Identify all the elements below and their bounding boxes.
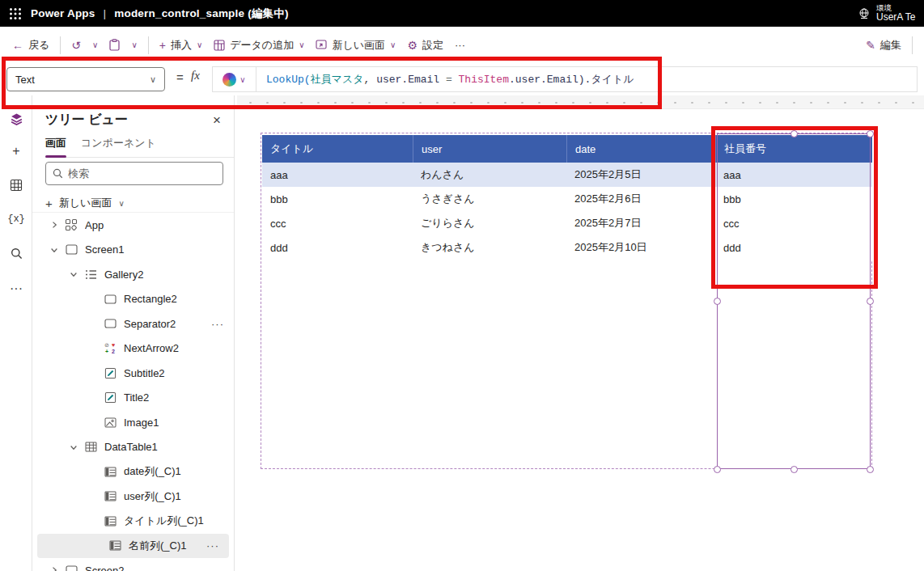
table-cell: ccc <box>715 211 872 235</box>
more-rail-button[interactable]: ··· <box>0 275 32 302</box>
item-more-icon[interactable]: ··· <box>208 318 227 330</box>
table-icon <box>83 442 99 452</box>
settings-button[interactable]: ⚙ 設定 <box>401 34 449 57</box>
tree-item-nextarrow2[interactable]: ⊘♥+2NextArrow2 <box>32 336 234 362</box>
selection-handle-bottom-right[interactable] <box>867 466 874 473</box>
tree-item-screen1[interactable]: Screen1 <box>32 238 234 263</box>
tree-item-gallery2[interactable]: Gallery2 <box>32 262 234 287</box>
tree-item-label: date列(_C)1 <box>124 464 227 479</box>
selection-handle-bottom-left[interactable] <box>714 466 721 473</box>
rect-icon <box>102 319 118 328</box>
variables-rail-button[interactable]: {x} <box>0 205 32 233</box>
tab-screens[interactable]: 画面 <box>45 136 66 157</box>
plus-icon: + <box>45 197 53 210</box>
gear-icon: ⚙ <box>407 39 417 52</box>
tree-view-rail-button[interactable] <box>0 105 32 133</box>
tree-item-label: Title2 <box>124 391 227 404</box>
tree-item-datatable1[interactable]: DataTable1 <box>32 435 234 460</box>
chevron-down-icon: ∨ <box>92 40 98 49</box>
table-row[interactable]: cccごりらさん2025年2月7日ccc <box>262 211 872 235</box>
tree-view-panel: ツリー ビュー × 画面 コンポーネント + 新しい画面 ∨ AppScreen… <box>32 95 235 571</box>
tree-item-date-_c-1[interactable]: date列(_C)1 <box>32 459 234 484</box>
column-icon <box>102 516 118 527</box>
pencil-icon <box>102 367 118 379</box>
waffle-menu-icon[interactable] <box>0 0 31 27</box>
paste-button[interactable] <box>104 35 125 55</box>
close-icon[interactable]: × <box>208 112 226 129</box>
pencil-icon: ✎ <box>866 39 875 52</box>
formula-token: .タイトル <box>585 74 634 86</box>
tree-item-label: Screen2 <box>85 565 227 571</box>
copilot-button[interactable]: ∨ <box>213 67 256 91</box>
tree-item-image1[interactable]: Image1 <box>32 410 234 435</box>
new-screen-tree-button[interactable]: + 新しい画面 ∨ <box>45 192 125 214</box>
chevron-down-icon: ∨ <box>150 74 156 85</box>
tree-item-label: DataTable1 <box>104 441 227 453</box>
formula-token: 社員マスタ <box>311 74 364 86</box>
column-header-0[interactable]: タイトル <box>262 135 413 163</box>
selection-handle-bottom-mid[interactable] <box>790 466 798 473</box>
tree-item-screen2[interactable]: Screen2 <box>32 558 234 571</box>
nextarrow-icon: ⊘♥+2 <box>102 342 118 355</box>
tree-item-app[interactable]: App <box>32 213 234 238</box>
tree-item-title2[interactable]: Title2 <box>32 386 234 411</box>
app-name[interactable]: Power Apps <box>31 7 95 19</box>
table-cell: 2025年2月6日 <box>566 187 715 211</box>
tree-item-subtitle2[interactable]: Subtitle2 <box>32 361 234 386</box>
tree-item-label: Gallery2 <box>104 269 227 281</box>
divider <box>60 36 61 54</box>
selection-handle-top-right[interactable] <box>867 130 874 137</box>
add-data-button[interactable]: データの追加 ∨ <box>208 34 310 57</box>
tree-search-box[interactable] <box>45 162 223 185</box>
formula-input[interactable]: LookUp(社員マスタ, user.Email = ThisItem.user… <box>256 72 917 87</box>
plus-icon: + <box>159 39 166 52</box>
insert-button[interactable]: + 挿入 ∨ <box>154 34 209 57</box>
selection-handle-mid-right[interactable] <box>867 298 874 305</box>
rect-icon <box>102 294 118 304</box>
chevron-down-icon[interactable] <box>65 442 83 452</box>
selection-handle-top-mid[interactable] <box>790 130 798 137</box>
pencil-icon <box>102 391 118 404</box>
column-header-1[interactable]: user <box>413 135 566 163</box>
formula-bar: Text ∨ = fx ∨ LookUp(社員マスタ, user.Email =… <box>0 63 924 95</box>
data-rail-button[interactable] <box>0 171 32 199</box>
search-rail-button[interactable] <box>0 239 32 267</box>
table-row[interactable]: dddきつねさん2025年2月10日ddd <box>262 235 872 260</box>
chevron-down-icon: ∨ <box>390 40 396 49</box>
paste-menu-button[interactable]: ∨ <box>125 36 142 53</box>
property-selector-dropdown[interactable]: Text ∨ <box>6 67 165 91</box>
tree-item-label: Separator2 <box>124 318 208 330</box>
tree-item-separator2[interactable]: Separator2··· <box>32 311 234 336</box>
chevron-right-icon[interactable] <box>45 220 63 230</box>
edit-mode-button[interactable]: ✎ 編集 <box>860 34 907 57</box>
tree-item--_c-1[interactable]: 名前列(_C)1··· <box>37 534 229 559</box>
tree-item-rectangle2[interactable]: Rectangle2 <box>32 287 234 312</box>
tree-item-user-_c-1[interactable]: user列(_C)1 <box>32 484 234 510</box>
left-icon-rail: + {x} ··· <box>0 95 32 571</box>
tree-item--_c-1[interactable]: タイトル列(_C)1 <box>32 509 234 534</box>
undo-button[interactable]: ↺ <box>66 35 87 56</box>
insert-rail-button[interactable]: + <box>0 137 32 165</box>
chevron-right-icon[interactable] <box>45 565 63 571</box>
table-cell: ごりらさん <box>413 211 566 235</box>
column-header-2[interactable]: date <box>566 135 715 163</box>
tree-search-input[interactable] <box>68 167 216 180</box>
chevron-down-icon[interactable] <box>45 245 63 255</box>
environment-switcher[interactable]: 環境 UserA Te <box>858 0 924 27</box>
property-selector-value: Text <box>15 74 35 86</box>
table-cell: aaa <box>715 163 872 187</box>
back-button[interactable]: ← 戻る <box>6 34 55 57</box>
datatable-control[interactable]: タイトルuserdate社員番号aaaわんさん2025年2月5日aaabbbうさ… <box>262 135 872 260</box>
chevron-down-icon[interactable] <box>65 269 83 279</box>
column-header-3[interactable]: 社員番号 <box>715 135 872 163</box>
table-row[interactable]: bbbうさぎさん2025年2月6日bbb <box>262 187 872 211</box>
selection-handle-mid-left[interactable] <box>714 298 721 305</box>
item-more-icon[interactable]: ··· <box>203 539 223 552</box>
formula-token: = <box>439 74 458 86</box>
tree-item-label: NextArrow2 <box>124 342 227 354</box>
table-row[interactable]: aaaわんさん2025年2月5日aaa <box>262 163 872 187</box>
tab-components[interactable]: コンポーネント <box>81 136 156 157</box>
new-screen-button[interactable]: 新しい画面 ∨ <box>310 34 401 57</box>
undo-menu-button[interactable]: ∨ <box>87 36 104 53</box>
more-commands-button[interactable]: ··· <box>449 35 471 55</box>
